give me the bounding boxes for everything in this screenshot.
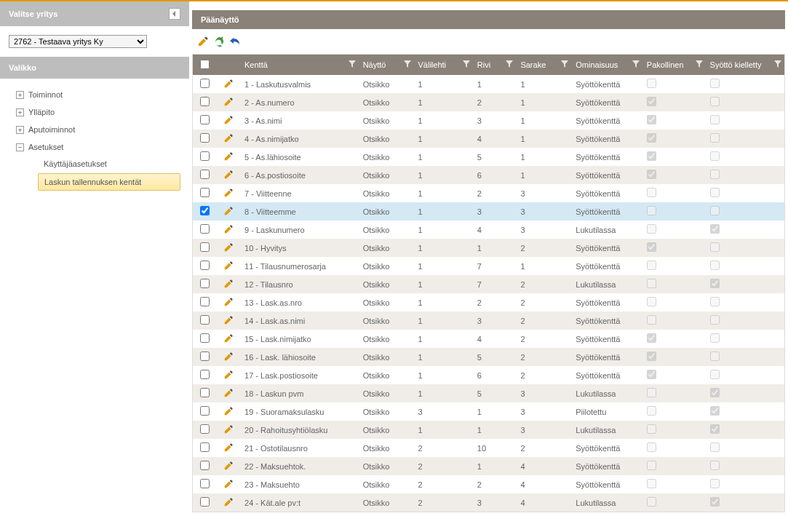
row-select-checkbox[interactable] [200, 97, 210, 106]
row-edit-button[interactable] [223, 279, 234, 289]
tree-node-aputoiminnot[interactable]: + Aputoiminnot [16, 121, 189, 138]
row-select-checkbox[interactable] [200, 115, 210, 124]
row-select-checkbox[interactable] [200, 352, 210, 361]
row-select-checkbox[interactable] [200, 170, 210, 179]
row-select-checkbox[interactable] [200, 261, 210, 270]
header-kentta[interactable]: Kenttä [240, 55, 359, 75]
table-row[interactable]: 11 - TilausnumerosarjaOtsikko171Syöttöke… [193, 257, 784, 275]
table-row[interactable]: 20 - RahoitusyhtiölaskuOtsikko113Lukutil… [193, 421, 784, 439]
filter-icon[interactable] [696, 60, 703, 69]
table-row[interactable]: 18 - Laskun pvmOtsikko153Lukutilassa [193, 384, 784, 402]
header-ominaisuus[interactable]: Ominaisuus [571, 55, 642, 75]
expand-icon[interactable]: + [16, 91, 24, 99]
row-edit-button[interactable] [223, 261, 234, 271]
row-edit-button[interactable] [223, 297, 234, 307]
tree-node-toiminnot[interactable]: + Toiminnot [16, 86, 189, 103]
row-select-checkbox[interactable] [200, 224, 210, 234]
row-edit-button[interactable] [223, 115, 234, 125]
table-row[interactable]: 3 - As.nimiOtsikko131Syöttökenttä [193, 111, 784, 130]
row-edit-button[interactable] [223, 424, 234, 434]
row-edit-button[interactable] [223, 479, 234, 489]
table-row[interactable]: 17 - Lask.postiosoiteOtsikko162Syöttöken… [193, 366, 784, 384]
row-select-checkbox[interactable] [200, 479, 210, 488]
header-rivi[interactable]: Rivi [473, 55, 517, 75]
row-edit-button[interactable] [223, 352, 234, 362]
row-edit-button[interactable] [223, 461, 234, 471]
row-select-checkbox[interactable] [200, 461, 210, 470]
table-row[interactable]: 4 - As.nimijatkoOtsikko141Syöttökenttä [193, 130, 784, 148]
row-select-checkbox[interactable] [200, 370, 210, 379]
filter-icon[interactable] [632, 60, 640, 69]
row-edit-button[interactable] [223, 333, 234, 344]
table-row[interactable]: 2 - As.numeroOtsikko121Syöttökenttä [193, 93, 784, 111]
row-edit-button[interactable] [223, 370, 234, 380]
row-select-checkbox[interactable] [200, 133, 210, 143]
table-row[interactable]: 14 - Lask.as.nimiOtsikko132Syöttökenttä [193, 311, 784, 330]
row-select-checkbox[interactable] [200, 242, 210, 252]
header-sarake[interactable]: Sarake [516, 55, 571, 75]
tree-leaf-laskun-tallennuksen-kentat[interactable]: Laskun tallennuksen kentät [38, 173, 180, 191]
tree-node-asetukset[interactable]: − Asetukset [16, 138, 189, 156]
header-syotto-kielletty[interactable]: Syöttö kielletty [706, 55, 784, 75]
header-select-all[interactable] [193, 55, 217, 75]
row-edit-button[interactable] [223, 388, 234, 398]
row-select-checkbox[interactable] [200, 333, 210, 343]
table-row[interactable]: 8 - ViitteemmeOtsikko133Syöttökenttä [193, 202, 784, 221]
table-row[interactable]: 19 - SuoramaksulaskuOtsikko313Piilotettu [193, 402, 784, 421]
refresh-button[interactable] [212, 35, 226, 48]
collapse-sidebar-button[interactable] [169, 8, 180, 20]
filter-icon[interactable] [463, 60, 470, 69]
header-valilehti[interactable]: Välilehti [414, 55, 473, 75]
tree-node-yllapito[interactable]: + Ylläpito [16, 103, 189, 121]
company-select[interactable]: 2762 - Testaava yritys Ky [9, 35, 147, 48]
row-edit-button[interactable] [223, 442, 234, 453]
row-select-checkbox[interactable] [200, 279, 210, 288]
table-row[interactable]: 12 - TilausnroOtsikko172Lukutilassa [193, 275, 784, 293]
row-edit-button[interactable] [223, 406, 234, 416]
expand-icon[interactable]: + [16, 108, 24, 116]
row-edit-button[interactable] [223, 497, 234, 507]
row-edit-button[interactable] [223, 206, 234, 216]
table-row[interactable]: 15 - Lask.nimijatkoOtsikko142Syöttökentt… [193, 330, 784, 348]
row-select-checkbox[interactable] [200, 315, 210, 325]
select-all-checkbox[interactable] [200, 60, 210, 69]
row-edit-button[interactable] [223, 315, 234, 325]
tree-leaf-kayttajaasetukset[interactable]: Käyttäjäasetukset [38, 156, 189, 172]
filter-icon[interactable] [404, 60, 411, 69]
edit-button[interactable] [196, 35, 210, 48]
filter-icon[interactable] [506, 60, 513, 69]
row-select-checkbox[interactable] [200, 424, 210, 434]
row-select-checkbox[interactable] [200, 79, 210, 88]
table-row[interactable]: 24 - Kät.ale pv:tOtsikko234Lukutilassa [193, 493, 784, 512]
table-row[interactable]: 10 - HyvitysOtsikko112Syöttökenttä [193, 239, 784, 257]
table-row[interactable]: 9 - LaskunumeroOtsikko143Lukutilassa [193, 221, 784, 239]
row-edit-button[interactable] [223, 151, 234, 162]
table-row[interactable]: 7 - ViitteenneOtsikko123Syöttökenttä [193, 184, 784, 202]
table-row[interactable]: 23 - MaksuehtoOtsikko224Syöttökenttä [193, 475, 784, 493]
row-select-checkbox[interactable] [200, 297, 210, 306]
row-edit-button[interactable] [223, 224, 234, 234]
undo-button[interactable] [228, 35, 242, 48]
table-row[interactable]: 13 - Lask.as.nroOtsikko122Syöttökenttä [193, 293, 784, 311]
row-select-checkbox[interactable] [200, 206, 210, 215]
table-row[interactable]: 21 - OstotilausnroOtsikko2102Syöttökentt… [193, 439, 784, 457]
filter-icon[interactable] [349, 60, 356, 69]
table-row[interactable]: 5 - As.lähiosoiteOtsikko151Syöttökenttä [193, 148, 784, 166]
row-select-checkbox[interactable] [200, 388, 210, 397]
row-edit-button[interactable] [223, 133, 234, 143]
row-select-checkbox[interactable] [200, 188, 210, 197]
row-edit-button[interactable] [223, 188, 234, 198]
row-select-checkbox[interactable] [200, 442, 210, 452]
expand-icon[interactable]: + [16, 126, 24, 134]
row-edit-button[interactable] [223, 170, 234, 180]
table-row[interactable]: 6 - As.postiosoiteOtsikko161Syöttökenttä [193, 166, 784, 184]
row-select-checkbox[interactable] [200, 151, 210, 161]
collapse-icon[interactable]: − [16, 143, 24, 151]
header-pakollinen[interactable]: Pakollinen [642, 55, 706, 75]
row-select-checkbox[interactable] [200, 497, 210, 507]
table-row[interactable]: 22 - Maksuehtok.Otsikko214Syöttökenttä [193, 457, 784, 475]
filter-icon[interactable] [561, 60, 568, 69]
row-edit-button[interactable] [223, 242, 234, 253]
table-row[interactable]: 1 - LaskutusvalmisOtsikko111Syöttökenttä [193, 75, 784, 93]
filter-icon[interactable] [774, 60, 781, 69]
